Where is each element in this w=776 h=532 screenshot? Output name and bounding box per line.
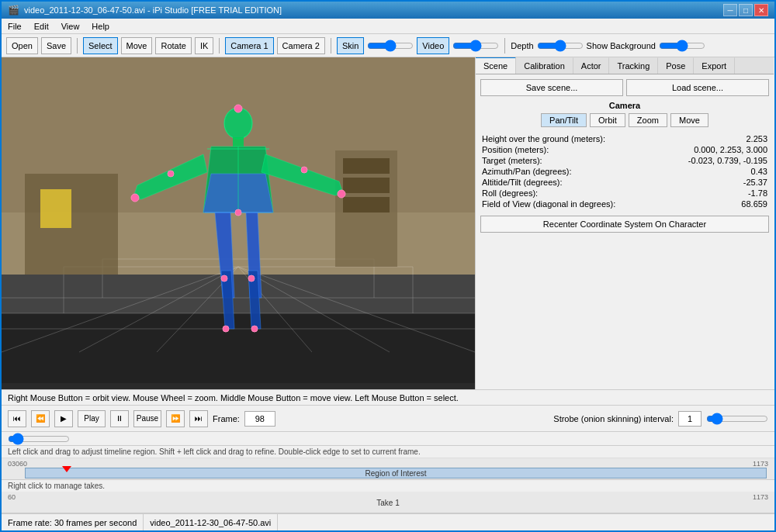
fov-value: 68.659 xyxy=(660,199,769,209)
tick-end: 1173 xyxy=(753,460,768,468)
timeline-position-slider[interactable] xyxy=(8,433,70,445)
separator-4 xyxy=(504,38,505,54)
depth-label: Depth xyxy=(511,41,533,50)
svg-point-29 xyxy=(338,190,345,198)
save-scene-button[interactable]: Save scene... xyxy=(480,79,623,96)
frame-input[interactable]: 98 xyxy=(244,411,275,427)
menu-view[interactable]: View xyxy=(58,21,83,32)
maximize-button[interactable]: □ xyxy=(739,4,753,16)
svg-point-39 xyxy=(168,171,174,177)
position-label: Position (meters): xyxy=(480,144,660,155)
height-row: Height over the ground (meters): 2.253 xyxy=(480,133,769,144)
svg-point-40 xyxy=(301,167,307,173)
altitude-label: Altitide/Tilt (degrees): xyxy=(480,177,660,188)
pause-labeled-button[interactable]: Pause xyxy=(133,410,161,427)
fov-row: Field of View (diagonal in degrees): 68.… xyxy=(480,199,769,209)
show-background-label: Show Background xyxy=(587,41,656,50)
altitude-row: Altitide/Tilt (degrees): -25.37 xyxy=(480,177,769,188)
main-area: Scene Calibration Actor Tracking Pose Ex… xyxy=(2,57,774,389)
skin-button[interactable]: Skin xyxy=(337,37,364,54)
svg-rect-21 xyxy=(343,158,390,174)
go-to-start-button[interactable]: ⏮ xyxy=(8,410,26,427)
tab-export[interactable]: Export xyxy=(694,57,735,74)
camera2-button[interactable]: Camera 2 xyxy=(277,37,325,54)
main-window: 🎬 video_2011-12-30_06-47-50.avi - iPi St… xyxy=(0,0,776,532)
viewport[interactable] xyxy=(2,57,475,389)
frame-label: Frame: xyxy=(213,414,240,423)
open-button[interactable]: Open xyxy=(6,37,38,54)
svg-rect-23 xyxy=(343,197,390,212)
svg-rect-25 xyxy=(40,189,71,228)
rewind-button[interactable]: ⏪ xyxy=(31,410,50,427)
depth-slider[interactable] xyxy=(537,40,584,52)
toolbar: Open Save Select Move Rotate IK Camera 1… xyxy=(2,34,774,57)
camera-info: Height over the ground (meters): 2.253 P… xyxy=(480,133,769,209)
move-button[interactable]: Move xyxy=(121,37,153,54)
status-text: Right Mouse Button = orbit view. Mouse W… xyxy=(8,393,459,402)
svg-point-37 xyxy=(223,326,229,332)
svg-point-38 xyxy=(251,326,258,332)
timeline-roi: Region of Interest xyxy=(25,468,767,478)
menu-edit[interactable]: Edit xyxy=(31,21,52,32)
svg-point-35 xyxy=(221,275,227,282)
svg-rect-22 xyxy=(343,178,390,193)
strobe-input[interactable] xyxy=(678,411,702,427)
svg-rect-4 xyxy=(2,313,475,383)
bottom-status-bar: Frame rate: 30 frames per second video_2… xyxy=(2,513,774,530)
takes-track[interactable]: 60 1173 Take 1 xyxy=(2,492,774,513)
menu-file[interactable]: File xyxy=(5,21,25,32)
azimuth-value: 0.43 xyxy=(660,166,769,177)
tab-pose[interactable]: Pose xyxy=(658,57,694,74)
camera1-button[interactable]: Camera 1 xyxy=(225,37,273,54)
zoom-button[interactable]: Zoom xyxy=(629,113,667,127)
tab-scene[interactable]: Scene xyxy=(476,57,516,74)
menu-help[interactable]: Help xyxy=(88,21,113,32)
video-button[interactable]: Video xyxy=(417,37,449,54)
takes-tick-end: 1173 xyxy=(753,493,768,501)
takes-label: Take 1 xyxy=(376,498,399,506)
svg-point-36 xyxy=(248,275,255,282)
takes-hint: Right click to manage takes. xyxy=(2,480,774,492)
camera-move-button[interactable]: Move xyxy=(670,113,708,127)
save-button[interactable]: Save xyxy=(41,37,71,54)
tab-tracking[interactable]: Tracking xyxy=(609,57,658,74)
close-button[interactable]: ✕ xyxy=(754,4,768,16)
rotate-button[interactable]: Rotate xyxy=(155,37,191,54)
camera-controls: Pan/Tilt Orbit Zoom Move xyxy=(480,113,769,127)
strobe-slider[interactable] xyxy=(706,413,768,425)
timeline-area: Left click and drag to adjust timeline r… xyxy=(2,445,774,513)
go-to-end-button[interactable]: ⏭ xyxy=(189,410,208,427)
filename-status: video_2011-12-30_06-47-50.avi xyxy=(144,514,278,530)
separator-2 xyxy=(219,38,220,54)
ik-button[interactable]: IK xyxy=(195,37,213,54)
tick-60: 60 xyxy=(19,460,27,468)
viewport-canvas xyxy=(2,57,475,383)
separator-3 xyxy=(331,38,331,54)
altitude-value: -25.37 xyxy=(660,177,769,188)
panel-tabs: Scene Calibration Actor Tracking Pose Ex… xyxy=(476,57,774,74)
video-slider[interactable] xyxy=(452,40,499,52)
orbit-button[interactable]: Orbit xyxy=(590,113,625,127)
pan-tilt-button[interactable]: Pan/Tilt xyxy=(541,113,587,127)
fast-forward-button[interactable]: ⏩ xyxy=(166,410,185,427)
camera-section-title: Camera xyxy=(480,101,769,110)
status-bar: Right Mouse Button = orbit view. Mouse W… xyxy=(2,389,774,405)
background-slider[interactable] xyxy=(659,40,705,52)
play-labeled-button[interactable]: Play xyxy=(78,410,106,427)
position-row: Position (meters): 0.000, 2.253, 3.000 xyxy=(480,144,769,155)
roi-label: Region of Interest xyxy=(365,469,427,478)
pause-icon-button[interactable]: ⏸ xyxy=(110,410,129,427)
playback-bar: ⏮ ⏪ ▶ Play ⏸ Pause ⏩ ⏭ Frame: 98 Strobe … xyxy=(2,405,774,431)
tab-calibration[interactable]: Calibration xyxy=(516,57,573,74)
skin-slider[interactable] xyxy=(367,40,414,52)
tab-actor[interactable]: Actor xyxy=(573,57,610,74)
svg-point-30 xyxy=(234,105,242,112)
select-button[interactable]: Select xyxy=(83,37,118,54)
roll-value: -1.78 xyxy=(660,188,769,199)
timeline-track[interactable]: 0 30 60 1173 Region of Interest xyxy=(2,458,774,480)
scene-buttons-row: Save scene... Load scene... xyxy=(480,79,769,96)
minimize-button[interactable]: ─ xyxy=(723,4,737,16)
load-scene-button[interactable]: Load scene... xyxy=(626,79,769,96)
recenter-button[interactable]: Recenter Coordinate System On Character xyxy=(480,216,769,233)
play-button[interactable]: ▶ xyxy=(54,410,73,427)
